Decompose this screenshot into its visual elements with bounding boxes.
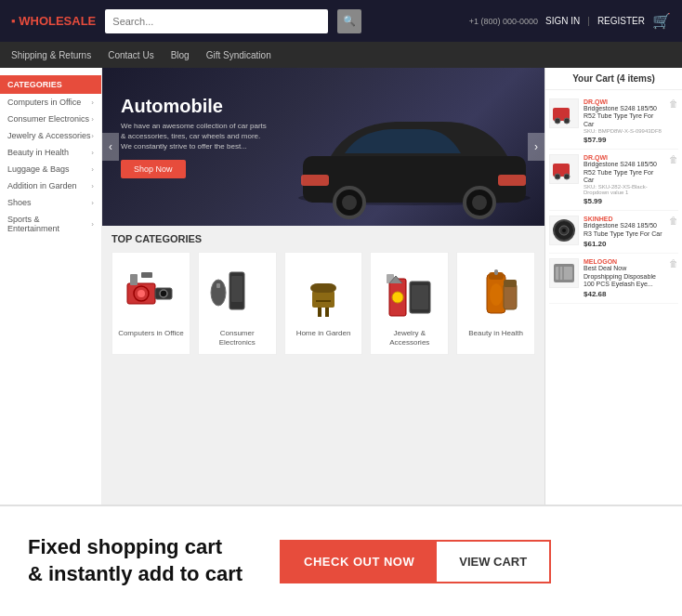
search-input[interactable] xyxy=(105,9,328,33)
svg-rect-18 xyxy=(216,283,220,288)
svg-rect-10 xyxy=(141,272,152,278)
sidebar-item-computers[interactable]: Computers in Office › xyxy=(0,94,101,111)
header: ▪ WHOLESALE 🔍 +1 (800) 000-0000 SIGN IN … xyxy=(0,0,682,42)
hero-banner: ‹ Automobile We have an awesome collecti… xyxy=(102,68,544,226)
chevron-right-icon: › xyxy=(91,165,94,174)
cart-item-img-2 xyxy=(549,216,579,245)
category-label-beauty: Beauty in Health xyxy=(461,329,531,338)
svg-rect-22 xyxy=(325,308,329,317)
sign-in-link[interactable]: SIGN IN xyxy=(545,16,580,26)
sidebar-item-shoes[interactable]: Shoes › xyxy=(0,194,101,211)
sidebar-item-sports[interactable]: Sports & Entertainment › xyxy=(0,211,101,237)
cart-item-name-0: Bridgestone S248 185/50 R52 Tube Type Ty… xyxy=(584,105,664,128)
cart-item-price-2: $61.20 xyxy=(584,240,664,248)
sidebar-item-jewelry[interactable]: Jewelry & Accessories › xyxy=(0,127,101,144)
banner-prev-button[interactable]: ‹ xyxy=(102,133,119,161)
logo: ▪ WHOLESALE xyxy=(11,14,96,28)
category-label-computers: Computers in Office xyxy=(116,329,186,338)
svg-point-39 xyxy=(555,174,560,179)
cart-item-price-0: $57.99 xyxy=(584,136,664,144)
cart-item-brand-3: MELOGON xyxy=(584,258,664,265)
cart-item-img-1 xyxy=(549,154,579,184)
svg-rect-28 xyxy=(412,285,428,309)
svg-point-14 xyxy=(160,290,167,297)
svg-rect-33 xyxy=(504,283,517,309)
svg-point-32 xyxy=(490,283,503,306)
annotation-buttons: CHECK OUT NOW VIEW CART xyxy=(280,540,551,583)
svg-point-40 xyxy=(564,174,570,179)
chevron-right-icon: › xyxy=(91,132,94,140)
header-right: +1 (800) 000-0000 SIGN IN | REGISTER 🛒 xyxy=(469,12,671,30)
category-img-electronics xyxy=(204,260,269,325)
cart-icon[interactable]: 🛒 xyxy=(652,12,671,30)
cart-item-info-2: SKINHED Bridgestone S248 185/50 R3 Tube … xyxy=(584,216,664,248)
register-link[interactable]: REGISTER xyxy=(597,16,645,26)
category-img-home xyxy=(291,260,356,325)
cart-item-delete-1[interactable]: 🗑 xyxy=(669,154,678,205)
hero-title: Automobile xyxy=(121,96,269,117)
sidebar-item-electronics[interactable]: Consumer Electronics › xyxy=(0,111,101,127)
category-img-jewelry xyxy=(377,260,442,325)
cart-item-delete-2[interactable]: 🗑 xyxy=(669,216,678,248)
cart-item-brand-2: SKINHED xyxy=(584,216,664,222)
banner-next-button[interactable]: › xyxy=(528,133,544,161)
phone-number: +1 (800) 000-0000 xyxy=(469,17,538,26)
category-item-home[interactable]: Home in Garden xyxy=(284,252,363,355)
cart-item-brand-1: DR.QWI xyxy=(584,154,664,161)
svg-rect-3 xyxy=(498,175,526,186)
category-img-computers xyxy=(118,260,183,325)
nav-item-contact[interactable]: Contact Us xyxy=(108,50,153,60)
chevron-right-icon: › xyxy=(91,149,94,157)
sidebar-title: CATEGORIES xyxy=(0,75,101,94)
cart-item-info-3: MELOGON Best Deal Now Dropshipping Dispo… xyxy=(584,258,664,298)
cart-item-delete-3[interactable]: 🗑 xyxy=(669,258,678,298)
cart-item-delete-0[interactable]: 🗑 xyxy=(669,98,678,144)
svg-rect-23 xyxy=(316,300,331,302)
chevron-right-icon: › xyxy=(91,220,94,229)
category-img-beauty xyxy=(464,260,529,325)
svg-rect-31 xyxy=(494,269,498,275)
chevron-right-icon: › xyxy=(91,199,94,207)
chevron-right-icon: › xyxy=(91,115,94,124)
nav-item-blog[interactable]: Blog xyxy=(171,50,190,60)
cart-item-info-1: DR.QWI Bridgestone S248 185/50 R52 Tube … xyxy=(584,154,664,205)
sidebar-item-luggage[interactable]: Luggage & Bags › xyxy=(0,161,101,177)
category-label-jewelry: Jewelry & Accessories xyxy=(374,329,444,347)
svg-rect-45 xyxy=(556,267,572,280)
hero-shop-now-button[interactable]: Shop Now xyxy=(121,160,186,178)
annotation-text: Fixed shopping cart & instantly add to c… xyxy=(28,534,243,587)
svg-rect-21 xyxy=(318,308,321,317)
cart-item-sku-0: SKU: BMPD8W-X-S-09943DF8 xyxy=(584,128,664,134)
svg-rect-20 xyxy=(310,283,336,293)
svg-point-5 xyxy=(342,195,357,210)
cart-item-sku-1: SKU: SKU-282-XS-Black-Dropdown value 1 xyxy=(584,184,664,195)
top-categories-section: TOP CATEGORIES Compu xyxy=(102,226,544,362)
cart-item-name-3: Best Deal Now Dropshipping Disposable 10… xyxy=(584,265,664,288)
nav-item-gift[interactable]: Gift Syndication xyxy=(206,50,271,60)
svg-rect-9 xyxy=(130,274,138,285)
svg-point-37 xyxy=(564,118,570,124)
annotation-line2: & instantly add to cart xyxy=(28,562,243,585)
hero-car-image xyxy=(294,96,535,226)
search-button[interactable]: 🔍 xyxy=(337,9,361,33)
bottom-annotation: Fixed shopping cart & instantly add to c… xyxy=(0,505,682,616)
category-item-electronics[interactable]: Consumer Electronics xyxy=(198,252,277,355)
cart-item-1: DR.QWI Bridgestone S248 185/50 R52 Tube … xyxy=(549,150,678,211)
nav-item-shipping[interactable]: Shipping & Returns xyxy=(11,50,91,60)
cart-item-name-2: Bridgestone S248 185/50 R3 Tube Type Tyr… xyxy=(584,222,664,238)
categories-grid: Computers in Office Consumer Electronics xyxy=(111,252,535,355)
annotation-line1: Fixed shopping cart xyxy=(28,535,222,558)
sidebar-item-addition[interactable]: Addition in Garden › xyxy=(0,177,101,194)
category-item-beauty[interactable]: Beauty in Health xyxy=(456,252,535,355)
category-item-computers[interactable]: Computers in Office xyxy=(111,252,190,355)
svg-rect-2 xyxy=(301,175,329,186)
cart-item-img-0 xyxy=(549,98,579,128)
svg-rect-34 xyxy=(504,280,517,287)
sidebar-item-beauty[interactable]: Beauty in Health › xyxy=(0,144,101,161)
view-cart-button[interactable]: VIEW CART xyxy=(437,542,549,582)
cart-item-2: SKINHED Bridgestone S248 185/50 R3 Tube … xyxy=(549,211,678,254)
category-item-jewelry[interactable]: Jewelry & Accessories xyxy=(370,252,449,355)
cart-item-0: DR.QWI Bridgestone S248 185/50 R52 Tube … xyxy=(549,94,678,150)
checkout-now-button[interactable]: CHECK OUT NOW xyxy=(282,542,437,582)
svg-point-43 xyxy=(562,229,566,232)
